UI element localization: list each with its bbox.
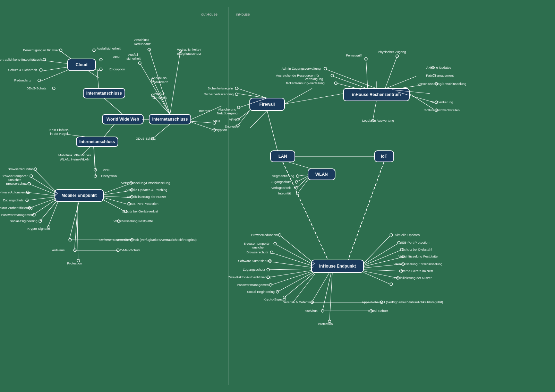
zugangschutz-ih: Zugangsschutz: [243, 268, 265, 271]
svg-point-95: [235, 93, 238, 96]
svg-line-55: [33, 199, 56, 215]
internetanschluss-bottom[interactable]: Internetanschluss: [79, 139, 115, 144]
svg-point-94: [235, 87, 238, 90]
apps-sicherheit-mob: Apps-Sicherheit (Verfügbarkeit/Vertrauli…: [116, 238, 197, 242]
mind-map-svg: outHouse inHouse Internetanschluss Berec…: [0, 0, 555, 392]
svg-line-130: [288, 162, 311, 169]
svg-point-187: [390, 283, 393, 286]
svg-line-90: [238, 94, 267, 98]
svg-line-119: [385, 56, 397, 89]
svg-line-57: [48, 201, 58, 227]
svg-line-39: [191, 122, 214, 130]
social-engineering-mob: Social-Engineering: [10, 219, 37, 223]
svg-line-172: [364, 236, 390, 263]
svg-line-135: [298, 175, 308, 176]
usb-port-mob: USB-Port Protection: [129, 202, 159, 206]
schutz-gerat-mob: Schutz bei Geräteverlust: [122, 209, 158, 213]
svg-line-38: [191, 121, 214, 123]
svg-line-49: [35, 170, 58, 194]
svg-point-154: [274, 242, 276, 245]
absicherung2: Netzübergang: [217, 111, 238, 115]
svg-point-12: [40, 69, 42, 71]
svg-point-113: [324, 67, 327, 70]
svg-point-15: [100, 58, 102, 61]
svg-point-13: [38, 79, 41, 82]
svg-point-16: [100, 68, 102, 71]
browser-temporar: Browser temporär: [1, 174, 28, 178]
usb-port-ih: USB-Port Protection: [400, 241, 429, 244]
svg-point-114: [331, 74, 334, 77]
svg-point-10: [59, 49, 62, 52]
verschlusselung-entschlusselung-mob: Verschlüsselung/Entschlüsselung: [121, 181, 170, 185]
svg-line-35: [153, 124, 170, 139]
krypto-signatur-mob: Krypto-Signatur: [27, 227, 50, 230]
browserredundanz-ih: Browserredundanz: [251, 233, 279, 237]
svg-line-164: [330, 272, 332, 321]
segmentierung-wlan: Segmentierung: [272, 174, 294, 178]
browser-temporar-ih2: unsicher: [252, 245, 265, 249]
internetanschluss-right[interactable]: Internetanschluss: [152, 117, 188, 122]
iot-node[interactable]: IoT: [381, 154, 387, 159]
schutz-diebstahl-ih: Schutz bei Diebstahl: [402, 247, 432, 251]
inhouse-endpunkt-node[interactable]: inHouse Endpunkt: [319, 264, 356, 269]
svg-line-111: [373, 101, 376, 120]
aktuelle-updates-ih: Aktuelle Updates: [395, 233, 420, 237]
vpn-fw: VPN: [229, 117, 236, 121]
wlan-node[interactable]: WLAN: [315, 172, 328, 177]
physischer-zugang: Physischer Zugang: [378, 50, 406, 54]
redundanz-label: Redundanz: [14, 78, 31, 82]
svg-point-180: [390, 234, 393, 236]
sensibilisierung-mob: Sensibilisierung der Nutzer: [127, 195, 166, 199]
aktuelle-updates-mob: Aktuelle Updates & Patching: [126, 188, 167, 192]
svg-line-173: [364, 243, 398, 264]
inhouse-rechenzentrum-node[interactable]: inHouse Rechenzentrum: [352, 92, 401, 97]
logdaten-rz: Logdaten Auswertung: [362, 119, 394, 122]
admin-zugangsverwaltung: Admin Zugangsverwaltung: [282, 67, 321, 70]
svg-line-47: [94, 147, 95, 176]
mobiler-endpunkt-node[interactable]: Mobiler Endpunkt: [61, 193, 96, 198]
cloud-node[interactable]: Cloud: [76, 62, 87, 67]
svg-line-89: [238, 88, 267, 98]
www-node[interactable]: World Wide Web: [106, 117, 139, 122]
vpn-right-1: VPN: [213, 119, 220, 123]
svg-line-146: [271, 262, 313, 268]
svg-line-145: [272, 253, 314, 266]
svg-line-30: [140, 63, 170, 114]
integritat-wlan: Integrität: [278, 191, 291, 195]
svg-line-177: [364, 270, 401, 271]
softwareschwachstellen-rz: Softwareschwachstellen: [424, 108, 460, 112]
lan-node[interactable]: LAN: [279, 154, 287, 159]
svg-line-147: [269, 269, 312, 270]
zugangschutz-wlan: Zugangschutz: [271, 180, 291, 184]
vertraulich-integ-top2: Integritätsschutz: [177, 52, 201, 55]
email-schutz-ih: E-Mail-Schutz: [368, 309, 388, 313]
vpn-cloud-label: VPN: [113, 55, 120, 59]
svg-point-14: [52, 87, 55, 90]
segmentierung-rz: Segmentierung: [431, 100, 453, 104]
kein-einfluss: Kein Einfluss: [50, 128, 69, 132]
zugangschutz-mob: Zugangschutz: [3, 198, 24, 202]
sicherheitsscanning: Sicherheitsscanning: [204, 92, 233, 96]
rollentrennung: Rollentrennung/-verteilung: [286, 81, 324, 85]
zwei-faktor: Zwei-Faktor-Authentifizierung: [0, 206, 33, 210]
svg-line-41: [104, 124, 114, 137]
svg-line-163: [323, 272, 331, 310]
passwortmanagement-mob: Passwortmanagement: [1, 213, 34, 217]
svg-line-127: [267, 111, 278, 151]
encryption-fw: Encryption: [225, 124, 240, 128]
antivirus-mob: Antivirus: [52, 248, 65, 252]
internet-edge-label: Internet: [199, 109, 211, 113]
zwei-faktor-ih: Zwei-Faktor-Authentifizierung: [228, 275, 271, 279]
verschlusselung-entschl-ih: Verschlüsselung/Entschlüsselung: [393, 262, 442, 266]
svg-point-155: [270, 251, 273, 254]
firewall-node[interactable]: Firewall: [259, 102, 275, 107]
mobilfunk-label: Mobilfunk, öffentliches: [58, 153, 91, 157]
svg-line-179: [364, 272, 390, 284]
ausfallsicherheit-cloud: Ausfallsicherheit: [96, 46, 121, 50]
apps-sicherheit-ih: Apps-Sicherheit (Verfügbarkeit/Vertrauli…: [362, 300, 443, 304]
svg-line-25: [104, 98, 123, 114]
anschluss-redundanz-b: Anschluss-: [152, 76, 168, 80]
browser-temporar2: unsicher: [8, 178, 21, 182]
patchmanagement-rz: Patchmanagement: [426, 73, 454, 77]
mobilfunk-label2: WLAN, Heim-WLAN: [60, 157, 89, 161]
